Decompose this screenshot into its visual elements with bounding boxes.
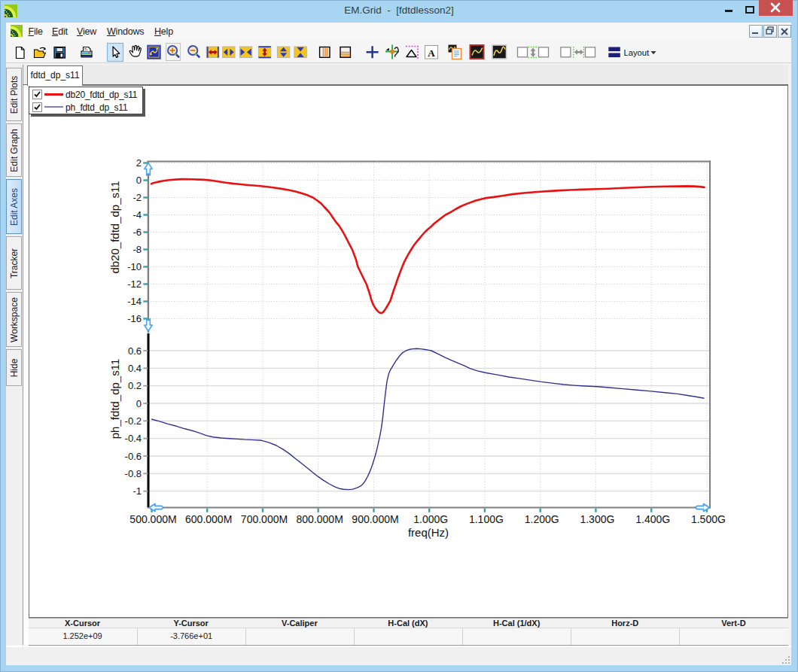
svg-text:500.000M: 500.000M (129, 513, 176, 525)
svg-text:600.000M: 600.000M (185, 513, 232, 525)
svg-text:1.400G: 1.400G (635, 513, 670, 525)
svg-text:-0.4: -0.4 (125, 433, 142, 444)
svg-text:700.000M: 700.000M (241, 513, 288, 525)
svg-text:-16: -16 (127, 313, 142, 324)
svg-text:-2: -2 (132, 192, 142, 203)
svg-text:0.2: 0.2 (128, 380, 142, 391)
svg-text:-12: -12 (127, 278, 142, 290)
svg-text:0.4: 0.4 (128, 363, 142, 374)
svg-text:800.000M: 800.000M (297, 513, 343, 525)
svg-text:1.100G: 1.100G (469, 513, 504, 525)
svg-text:-0.2: -0.2 (125, 415, 142, 427)
svg-text:freq(Hz): freq(Hz) (408, 526, 449, 539)
svg-text:db20_fdtd_dp_s11: db20_fdtd_dp_s11 (108, 181, 121, 273)
svg-text:-0.8: -0.8 (125, 468, 142, 479)
svg-text:1.200G: 1.200G (525, 513, 559, 525)
svg-text:0.6: 0.6 (128, 345, 142, 357)
svg-text:1.000G: 1.000G (413, 513, 448, 525)
svg-text:900.000M: 900.000M (352, 513, 398, 525)
svg-text:-4: -4 (132, 209, 142, 220)
svg-text:-10: -10 (127, 261, 142, 272)
svg-text:0: 0 (136, 175, 142, 186)
svg-text:-14: -14 (127, 296, 142, 307)
svg-text:-0.6: -0.6 (125, 451, 142, 462)
svg-text:1.300G: 1.300G (580, 513, 614, 525)
svg-text:-6: -6 (132, 227, 142, 238)
svg-text:0: 0 (136, 398, 142, 409)
svg-text:2: 2 (136, 157, 142, 169)
svg-text:-8: -8 (132, 244, 142, 255)
svg-text:-1: -1 (132, 485, 142, 497)
svg-text:ph_fdtd_dp_s11: ph_fdtd_dp_s11 (108, 359, 121, 439)
svg-text:1.500G: 1.500G (691, 513, 726, 525)
